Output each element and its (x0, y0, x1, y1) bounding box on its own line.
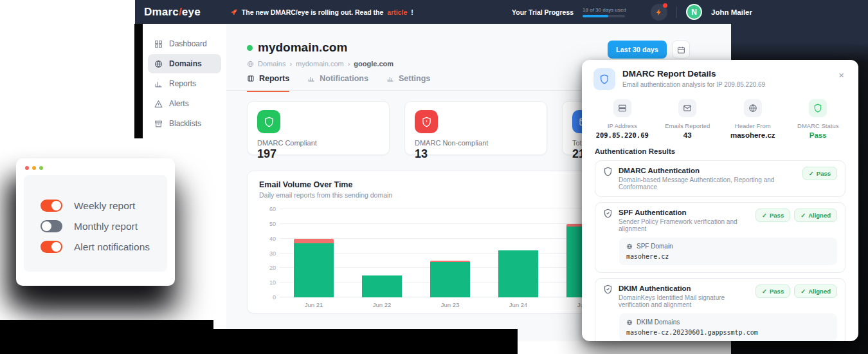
pass-badge: ✓Pass (802, 167, 837, 180)
auth-card-text: SPF Authentication Sender Policy Framewo… (619, 209, 750, 232)
chart-bar[interactable] (498, 250, 538, 297)
stat-value: 197 (257, 147, 379, 161)
announcement-banner: The new DMARC/eye is rolling out. Read t… (230, 8, 413, 16)
chart-bar[interactable] (362, 275, 401, 297)
traffic-green-dot (39, 166, 43, 170)
breadcrumb-domains[interactable]: Domains (258, 60, 285, 68)
detail-value: masohere-cz.20230601.gappssmtp.com (626, 329, 830, 336)
dkim-domains-box: DKIM Domains masohere-cz.20230601.gappss… (619, 313, 837, 341)
toggle-knob (42, 221, 51, 231)
modal-stat-header-from: Header From masohere.cz (720, 99, 786, 139)
y-axis-tick-label: 20 (259, 265, 276, 271)
badges: ✓Pass (802, 167, 837, 180)
chevron-icon: › (348, 60, 350, 68)
bar-segment-compliant (430, 262, 469, 297)
modal-stat-label: IP Address (590, 122, 655, 129)
y-axis-tick-label: 40 (259, 236, 276, 242)
badge-label: Pass (817, 170, 831, 177)
auth-title: SPF Authentication (619, 209, 750, 216)
modal-stat-value: 43 (655, 131, 721, 139)
calendar-button[interactable] (672, 41, 690, 59)
trial-usage-text: 18 of 30 days used (583, 7, 642, 13)
traffic-yellow-dot (32, 166, 36, 170)
modal-stat-label: Header From (720, 122, 786, 129)
globe-icon (154, 60, 163, 68)
y-axis-tick-label: 0 (259, 294, 276, 301)
toggle-row-alert-notifications: Alert notifications (41, 241, 167, 253)
stat-card-noncompliant: DMARC Non-compliant 13 (404, 101, 547, 155)
dkim-auth-card: DKIM Authentication DomainKeys Identifie… (595, 278, 845, 341)
app-logo[interactable]: Dmarc/eye (144, 6, 201, 19)
badge-label: Aligned (808, 288, 831, 295)
check-icon: ✓ (800, 288, 806, 295)
sidebar-item-dashboard[interactable]: Dashboard (148, 34, 221, 53)
sidebar-item-label: Reports (169, 79, 196, 88)
sidebar-item-label: Domains (169, 59, 202, 68)
notification-settings-panel: Weekly report Monthly report Alert notif… (16, 158, 175, 286)
chart-bar[interactable] (294, 239, 333, 297)
badges: ✓Pass ✓Aligned (755, 209, 837, 222)
check-icon: ✓ (809, 170, 814, 177)
y-axis-tick-label: 30 (259, 250, 276, 257)
chart-bar-slot (280, 209, 348, 297)
pass-badge: ✓Pass (755, 284, 790, 298)
toggle-label: Weekly report (74, 200, 135, 212)
bar-chart-icon (307, 75, 315, 82)
tab-reports[interactable]: Reports (247, 74, 289, 92)
shield-icon (257, 110, 280, 133)
chart-bar[interactable] (430, 261, 469, 297)
date-range-button[interactable]: Last 30 days (608, 41, 667, 59)
x-axis-tick-label: Jun 24 (484, 301, 552, 308)
auth-desc: DomainKeys Identified Mail signature ver… (619, 294, 750, 308)
badge-label: Aligned (808, 212, 831, 219)
top-navbar: Dmarc/eye The new DMARC/eye is rolling o… (135, 0, 868, 24)
sidebar-item-label: Dashboard (169, 39, 207, 48)
tab-notifications[interactable]: Notifications (307, 74, 368, 92)
announcement-article-link[interactable]: article (387, 8, 407, 16)
bar-segment-compliant (294, 243, 333, 297)
dmarc-auth-card: DMARC Authentication Domain-based Messag… (595, 160, 845, 197)
sidebar-item-reports[interactable]: Reports (148, 74, 221, 93)
monthly-report-toggle[interactable] (41, 220, 62, 232)
weekly-report-toggle[interactable] (41, 200, 62, 212)
tab-settings[interactable]: Settings (386, 74, 430, 92)
pass-badge: ✓Pass (755, 209, 790, 222)
detail-label: SPF Domain (637, 243, 673, 250)
sidebar-item-blacklists[interactable]: Blacklists (148, 114, 221, 133)
bottom-shadow-left (0, 320, 213, 354)
y-axis-tick-label: 50 (259, 221, 276, 227)
detail-label-row: DKIM Domains (626, 319, 830, 326)
toggle-list: Weekly report Monthly report Alert notif… (24, 175, 167, 272)
logo-part2: eye (182, 6, 201, 18)
stat-card-compliant: DMARC Compliant 197 (247, 101, 390, 155)
aligned-badge: ✓Aligned (794, 284, 837, 298)
logo-part1: Dmarc (144, 6, 179, 18)
sidebar-item-alerts[interactable]: Alerts (148, 94, 221, 113)
sidebar-item-domains[interactable]: Domains (148, 54, 221, 73)
auth-card-head: SPF Authentication Sender Policy Framewo… (603, 209, 837, 232)
avatar[interactable]: N (686, 4, 702, 20)
tab-label: Settings (399, 74, 430, 83)
bar-segment-compliant (498, 250, 538, 297)
user-name[interactable]: John Mailer (711, 8, 752, 16)
warning-triangle-icon (154, 100, 163, 108)
modal-stat-ip: IP Address 209.85.220.69 (590, 99, 655, 139)
auth-title: DKIM Authentication (619, 284, 750, 292)
y-axis-tick-label: 60 (259, 206, 276, 212)
toggle-label: Alert notifications (74, 241, 150, 253)
alert-notifications-toggle[interactable] (41, 241, 62, 253)
modal-stat-dmarc-status: DMARC Status Pass (786, 99, 851, 139)
modal-stats-row: IP Address 209.85.220.69 Emails Reported… (582, 95, 858, 139)
check-icon: ✓ (762, 212, 767, 219)
breadcrumb-mydomain[interactable]: mydomain.com (296, 60, 344, 68)
grid-icon (154, 40, 163, 48)
announcement-text: The new DMARC/eye is rolling out. Read t… (242, 8, 384, 16)
trial-progress-fill (583, 15, 608, 17)
tab-label: Reports (259, 74, 289, 83)
breadcrumb-current: google.com (354, 60, 393, 68)
archive-icon (154, 120, 163, 128)
upgrade-bolt-button[interactable] (651, 4, 667, 21)
chevron-icon: › (289, 60, 292, 68)
close-icon[interactable]: × (836, 68, 847, 82)
x-axis-tick-label: Jun 21 (280, 301, 348, 308)
